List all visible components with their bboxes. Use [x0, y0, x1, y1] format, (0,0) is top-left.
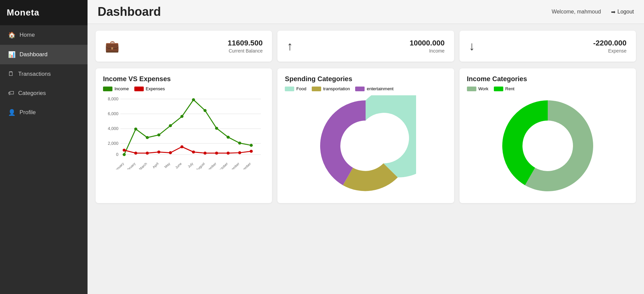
balance-card: 💼 11609.500 Current Balance	[96, 31, 272, 62]
home-icon: 🏠	[8, 31, 15, 39]
sidebar-label-profile: Profile	[20, 109, 36, 116]
svg-text:6,000: 6,000	[108, 112, 118, 117]
entertainment-legend-color	[355, 87, 365, 91]
header-right: Welcome, mahmoud ➡ Logout	[552, 9, 634, 15]
svg-point-40	[192, 151, 195, 154]
svg-point-29	[203, 109, 206, 112]
app-logo: Moneta	[0, 0, 88, 25]
svg-text:0: 0	[116, 153, 118, 157]
svg-point-32	[238, 142, 241, 145]
expenses-legend-item: Expenses	[134, 86, 165, 91]
summary-cards: 💼 11609.500 Current Balance ↑ 10000.000 …	[96, 31, 636, 62]
food-legend-item: Food	[285, 86, 306, 91]
balance-number: 11609.500	[126, 39, 263, 47]
sidebar-nav: 🏠 Home 📊 Dashboard 🗒 Transactions 🏷 Cate…	[0, 25, 88, 122]
income-categories-title: Income Categories	[467, 75, 629, 83]
svg-point-45	[250, 150, 253, 153]
spending-donut-container	[285, 95, 446, 196]
svg-point-24	[146, 136, 149, 139]
welcome-text: Welcome, mahmoud	[552, 9, 601, 15]
sidebar-item-profile[interactable]: 👤 Profile	[0, 103, 88, 122]
svg-text:March: March	[138, 162, 148, 169]
expenses-legend-label: Expenses	[146, 86, 165, 91]
spending-legend: Food transportation entertainment	[285, 86, 446, 91]
expense-number: -2200.000	[482, 39, 626, 47]
rent-legend-color	[494, 87, 503, 91]
line-chart-svg: 8,000 6,000 4,000 2,000 0 January Februa…	[103, 95, 265, 169]
svg-point-34	[123, 149, 126, 152]
sidebar: Moneta 🏠 Home 📊 Dashboard 🗒 Transactions…	[0, 0, 88, 294]
sidebar-label-categories: Categories	[18, 90, 46, 97]
spending-donut-svg	[315, 95, 416, 196]
logout-label: Logout	[617, 9, 634, 15]
svg-text:June: June	[174, 162, 182, 169]
income-legend-item: Income	[103, 86, 129, 91]
svg-point-27	[180, 115, 183, 118]
svg-text:4,000: 4,000	[108, 127, 118, 131]
svg-point-30	[215, 127, 218, 130]
svg-text:2,000: 2,000	[108, 141, 118, 146]
spending-categories-title: Spending Categories	[285, 75, 446, 83]
expense-values: -2200.000 Expense	[482, 39, 626, 54]
svg-point-26	[169, 124, 172, 127]
sidebar-label-home: Home	[20, 32, 35, 38]
content-area: 💼 11609.500 Current Balance ↑ 10000.000 …	[88, 24, 644, 294]
expense-arrow-icon: ↓	[469, 39, 475, 53]
entertainment-legend-item: entertainment	[355, 86, 394, 91]
expense-card: ↓ -2200.000 Expense	[460, 31, 636, 62]
profile-icon: 👤	[8, 109, 15, 116]
sidebar-label-dashboard: Dashboard	[20, 51, 47, 58]
line-chart: 8,000 6,000 4,000 2,000 0 January Februa…	[103, 95, 265, 169]
sidebar-item-home[interactable]: 🏠 Home	[0, 25, 88, 45]
svg-text:August: August	[195, 162, 206, 169]
svg-point-41	[203, 152, 206, 155]
work-legend-label: Work	[478, 86, 488, 91]
svg-text:February: February	[124, 162, 137, 169]
svg-text:September: September	[202, 162, 217, 169]
logout-icon: ➡	[611, 9, 615, 15]
line-chart-legend: Income Expenses	[103, 86, 265, 91]
svg-point-35	[134, 152, 137, 155]
svg-text:April: April	[152, 162, 159, 169]
logout-button[interactable]: ➡ Logout	[611, 9, 634, 15]
svg-point-37	[157, 151, 160, 154]
svg-point-36	[146, 152, 149, 155]
food-legend-label: Food	[296, 86, 306, 91]
income-legend-color	[103, 87, 112, 91]
svg-point-22	[123, 153, 126, 156]
income-legend-label: Income	[114, 86, 129, 91]
sidebar-label-transactions: Transactions	[18, 71, 51, 77]
sidebar-item-transactions[interactable]: 🗒 Transactions	[0, 64, 88, 84]
svg-point-43	[227, 152, 230, 155]
svg-point-33	[250, 144, 253, 147]
transport-legend-label: transportation	[323, 86, 350, 91]
income-donut-container	[467, 95, 629, 196]
categories-icon: 🏷	[8, 90, 14, 97]
transport-legend-item: transportation	[312, 86, 350, 91]
page-title: Dashboard	[98, 5, 161, 19]
chart-cards: Income VS Expenses Income Expenses	[96, 68, 636, 203]
svg-point-44	[238, 151, 241, 154]
svg-text:January: January	[113, 162, 125, 169]
income-values: 10000.000 Income	[300, 39, 444, 54]
page-header: Dashboard Welcome, mahmoud ➡ Logout	[88, 0, 644, 24]
balance-label: Current Balance	[126, 48, 263, 54]
dashboard-icon: 📊	[8, 51, 15, 58]
food-legend-color	[285, 87, 294, 91]
svg-point-42	[215, 152, 218, 155]
svg-text:October: October	[217, 162, 229, 169]
sidebar-item-dashboard[interactable]: 📊 Dashboard	[0, 45, 88, 64]
income-card: ↑ 10000.000 Income	[277, 31, 454, 62]
income-arrow-icon: ↑	[287, 39, 293, 53]
svg-text:May: May	[164, 162, 171, 169]
sidebar-item-categories[interactable]: 🏷 Categories	[0, 84, 88, 103]
work-legend-color	[467, 87, 476, 91]
svg-point-23	[134, 128, 137, 131]
spending-categories-card: Spending Categories Food transportation …	[277, 68, 454, 203]
svg-text:December: December	[238, 162, 252, 169]
income-categories-card: Income Categories Work Rent	[460, 68, 636, 203]
svg-text:8,000: 8,000	[108, 97, 118, 102]
expenses-legend-color	[134, 87, 144, 91]
income-number: 10000.000	[300, 39, 444, 47]
entertainment-legend-label: entertainment	[367, 86, 394, 91]
